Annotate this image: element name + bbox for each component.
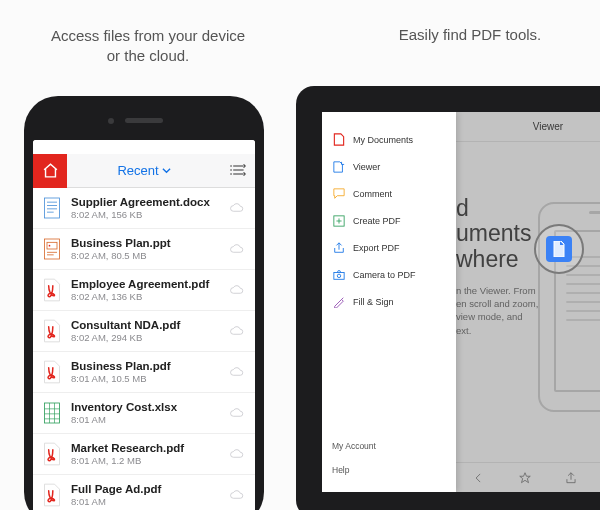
drawer-item[interactable]: Export PDF <box>322 234 456 261</box>
file-list[interactable]: Supplier Agreement.docx8:02 AM, 156 KBBu… <box>33 188 255 510</box>
list-icon <box>230 164 246 176</box>
cloud-icon <box>229 281 245 299</box>
drawer-item[interactable]: Camera to PDF <box>322 261 456 288</box>
file-row[interactable]: Employee Agreement.pdf8:02 AM, 136 KB <box>33 270 255 311</box>
stage-footer <box>456 462 600 492</box>
comment-icon <box>332 187 345 200</box>
file-type-icon <box>41 318 63 344</box>
file-name: Consultant NDA.pdf <box>71 319 221 331</box>
file-info: Full Page Ad.pdf8:01 AM <box>71 483 221 507</box>
cloud-icon <box>229 240 245 258</box>
caption-left: Access files from your device or the clo… <box>18 26 278 67</box>
caption-right: Easily find PDF tools. <box>370 26 570 43</box>
file-type-icon <box>41 277 63 303</box>
file-type-icon <box>41 400 63 426</box>
tab-selector[interactable]: Recent <box>67 163 221 178</box>
sign-icon <box>332 295 345 308</box>
svg-point-2 <box>230 173 232 175</box>
svg-rect-3 <box>45 198 60 218</box>
svg-point-10 <box>49 245 51 247</box>
file-row[interactable]: Consultant NDA.pdf8:02 AM, 294 KB <box>33 311 255 352</box>
svg-point-0 <box>230 165 232 167</box>
file-name: Supplier Agreement.docx <box>71 196 221 208</box>
svg-rect-17 <box>333 272 343 279</box>
drawer-bottom-item[interactable]: Help <box>322 458 456 482</box>
file-row[interactable]: Inventory Cost.xlsx8:01 AM <box>33 393 255 434</box>
tablet-screen: My DocumentsViewerCommentCreate PDFExpor… <box>322 112 600 492</box>
file-row[interactable]: Business Plan.pdf8:01 AM, 10.5 MB <box>33 352 255 393</box>
star-icon[interactable] <box>518 471 532 485</box>
drawer-top: My DocumentsViewerCommentCreate PDFExpor… <box>322 112 456 434</box>
file-name: Market Research.pdf <box>71 442 221 454</box>
create-icon <box>332 214 345 227</box>
drawer-item-label: Comment <box>353 189 392 199</box>
drawer-bottom-label: My Account <box>332 441 376 451</box>
file-name: Inventory Cost.xlsx <box>71 401 221 413</box>
cloud-icon <box>229 404 245 422</box>
drawer-item-label: Create PDF <box>353 216 401 226</box>
svg-point-1 <box>230 169 232 171</box>
file-meta: 8:01 AM, 10.5 MB <box>71 373 221 384</box>
status-bar <box>33 140 255 154</box>
drawer-item[interactable]: Fill & Sign <box>322 288 456 315</box>
drawer-item-label: Fill & Sign <box>353 297 394 307</box>
file-type-icon <box>41 236 63 262</box>
view-toggle-button[interactable] <box>221 162 255 180</box>
content-stage: Viewer Undo d uments where n the Viewer.… <box>456 112 600 492</box>
file-type-icon <box>41 441 63 467</box>
file-meta: 8:02 AM, 136 KB <box>71 291 221 302</box>
file-meta: 8:01 AM <box>71 496 221 507</box>
tablet-frame: My DocumentsViewerCommentCreate PDFExpor… <box>296 86 600 510</box>
drawer-bottom: My AccountHelp <box>322 434 456 492</box>
back-icon[interactable] <box>472 471 486 485</box>
phone-screen: Recent Supplier Agreement.docx8:02 AM, 1… <box>33 140 255 510</box>
stage-title: Viewer <box>533 121 563 132</box>
export-icon <box>332 241 345 254</box>
file-type-icon <box>41 482 63 508</box>
drawer-item-label: My Documents <box>353 135 413 145</box>
caption-left-line1: Access files from your device <box>51 27 245 44</box>
magnifier <box>534 224 584 274</box>
drawer-item-label: Export PDF <box>353 243 400 253</box>
file-row[interactable]: Supplier Agreement.docx8:02 AM, 156 KB <box>33 188 255 229</box>
file-row[interactable]: Business Plan.ppt8:02 AM, 80.5 MB <box>33 229 255 270</box>
doc-icon <box>332 133 345 146</box>
file-info: Market Research.pdf8:01 AM, 1.2 MB <box>71 442 221 466</box>
file-name: Employee Agreement.pdf <box>71 278 221 290</box>
phone-camera <box>108 118 114 124</box>
cloud-icon <box>229 363 245 381</box>
phone-frame: Recent Supplier Agreement.docx8:02 AM, 1… <box>24 96 264 510</box>
drawer-item[interactable]: Create PDF <box>322 207 456 234</box>
file-name: Business Plan.pdf <box>71 360 221 372</box>
file-type-icon <box>41 359 63 385</box>
file-row[interactable]: Market Research.pdf8:01 AM, 1.2 MB <box>33 434 255 475</box>
file-meta: 8:02 AM, 80.5 MB <box>71 250 221 261</box>
drawer-bottom-label: Help <box>332 465 349 475</box>
share-icon[interactable] <box>564 471 578 485</box>
drawer-bottom-item[interactable]: My Account <box>322 434 456 458</box>
cloud-icon <box>229 486 245 504</box>
file-info: Inventory Cost.xlsx8:01 AM <box>71 401 221 425</box>
drawer-item-label: Viewer <box>353 162 380 172</box>
tab-label: Recent <box>117 163 158 178</box>
file-info: Employee Agreement.pdf8:02 AM, 136 KB <box>71 278 221 302</box>
file-name: Full Page Ad.pdf <box>71 483 221 495</box>
cloud-icon <box>229 322 245 340</box>
file-name: Business Plan.ppt <box>71 237 221 249</box>
caption-left-line2: or the cloud. <box>107 47 190 64</box>
drawer-item-label: Camera to PDF <box>353 270 416 280</box>
drawer-item[interactable]: Comment <box>322 180 456 207</box>
file-row[interactable]: Full Page Ad.pdf8:01 AM <box>33 475 255 510</box>
document-chip-icon <box>546 236 572 262</box>
svg-rect-13 <box>45 403 60 423</box>
file-type-icon <box>41 195 63 221</box>
nav-drawer: My DocumentsViewerCommentCreate PDFExpor… <box>322 112 456 492</box>
drawer-item[interactable]: My Documents <box>322 126 456 153</box>
file-info: Business Plan.ppt8:02 AM, 80.5 MB <box>71 237 221 261</box>
viewer-icon <box>332 160 345 173</box>
home-button[interactable] <box>33 154 67 188</box>
phone-speaker <box>125 118 163 123</box>
file-meta: 8:01 AM <box>71 414 221 425</box>
top-bar: Recent <box>33 154 255 188</box>
drawer-item[interactable]: Viewer <box>322 153 456 180</box>
